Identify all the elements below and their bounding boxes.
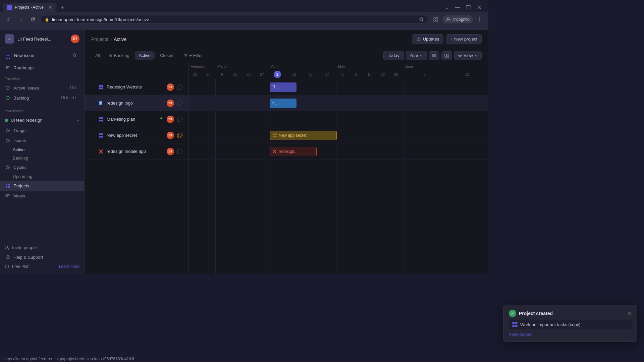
project-row-new-app-secret[interactable]: ⋮⋮ New app secret D7 [85,127,188,143]
new-project-button[interactable]: + New project [446,34,482,44]
back-button[interactable] [4,15,13,24]
filter-tab-closed[interactable]: Closed [156,51,177,60]
month-june: June 5 12 [403,63,488,79]
tab-title: Projects › Active [15,5,44,10]
breadcrumb-projects-link[interactable]: Projects [91,37,108,42]
sidebar-item-issues[interactable]: Issues [0,135,84,145]
svg-point-7 [479,19,480,20]
project-row-redesign-mobile-app[interactable]: ⋮⋮ redesign mobile app D7 [85,143,188,160]
browser-tabs: Projects › Active ✕ + ⌄ — ❐ ✕ [0,0,488,12]
date-may-29: 29 [389,72,403,76]
team-header[interactable]: Ui feed redesign [0,115,84,125]
tab-close-button[interactable]: ✕ [48,5,52,10]
updates-button[interactable]: Updates [412,34,443,44]
roadmaps-label: Roadmaps [13,65,79,70]
bar-redesign-logo[interactable]: r... [270,99,297,108]
browser-tab-active[interactable]: Projects › Active ✕ [3,3,56,12]
close-button[interactable]: ✕ [475,3,483,11]
sidebar-item-triage[interactable]: Triage [0,125,84,135]
drag-handle-3[interactable]: ⋮⋮ [90,117,95,122]
sidebar-sub-item-backlog[interactable]: Backlog [0,154,84,162]
filter-icon [184,54,188,58]
timeline-row-1: R... [189,79,488,95]
cycles-label: Cycles [13,165,79,170]
forward-button[interactable] [16,15,25,24]
project-name-2: redesign logo [107,101,164,106]
sidebar-sub-item-active[interactable]: Active [0,145,84,154]
help-label: Help & Support [13,255,79,260]
views-label: Views [13,193,79,198]
drag-handle-4[interactable]: ⋮⋮ [90,133,95,138]
view-button[interactable]: View [454,51,482,60]
filter-tab-backlog[interactable]: Backlog [105,51,133,60]
drag-handle-5[interactable]: ⋮⋮ [90,149,95,154]
bar-redesign-website[interactable]: R... [270,82,297,92]
sidebar-item-views[interactable]: Views [0,191,84,201]
star-icon[interactable] [419,17,424,22]
filter-btn-label: + Filter [190,53,203,58]
svg-point-28 [459,55,461,56]
timeline-row-3 [189,111,488,127]
triage-label: Triage [13,128,79,133]
learn-more-button[interactable]: Learn more [59,264,79,269]
date-jun-12: 12 [446,72,488,76]
filter-closed-label: Closed [160,53,173,58]
favorites-section: Favorites Active issues Ui f... Backlog … [0,73,84,105]
svg-rect-33 [99,101,102,105]
invite-people-button[interactable]: Invite people [0,243,84,252]
project-status-4 [177,132,183,138]
new-issue-icon [5,52,11,59]
sidebar-item-cycles[interactable]: Cycles [0,162,84,172]
updates-label: Updates [423,37,439,42]
filter-tab-all[interactable]: All [91,51,104,60]
project-avatar-1: D7 [167,83,174,91]
split-view-button[interactable] [441,51,452,60]
invite-label: Invite people [12,245,37,250]
sidebar-sub-item-upcoming[interactable]: Upcoming [0,172,84,181]
list-icon [432,53,436,58]
svg-point-16 [6,166,9,169]
timeline-row-2: r... [189,95,488,111]
project-row-marketing-plan[interactable]: ⋮⋮ Marketing plan D7 [85,111,188,127]
svg-rect-3 [434,20,435,21]
user-avatar[interactable]: D7 [71,35,79,43]
project-row-redesign-website[interactable]: ⋮⋮ Redesign Website D7 [85,79,188,95]
refresh-button[interactable] [28,15,38,24]
today-button[interactable]: Today [383,51,404,60]
sidebar-item-roadmaps[interactable]: Roadmaps [0,63,84,73]
drag-handle-2[interactable]: ⋮⋮ [90,101,95,106]
new-project-label: + New project [450,37,477,42]
teams-section: Your teams Ui feed redesign Triage Issue… [0,105,84,203]
minimize-button[interactable]: — [453,3,462,11]
project-list-header [85,63,188,79]
sidebar: UI UI Feed Redesi... D7 New issue Roadma… [0,30,85,274]
project-name-1: Redesign Website [107,84,164,89]
sidebar-item-help[interactable]: Help & Support [0,252,84,262]
new-tab-button[interactable]: + [58,3,67,12]
address-bar[interactable]: 🔒 linear.app/ui-feed-redesign/team/UI/pr… [40,15,428,24]
sidebar-item-active-issues[interactable]: Active issues Ui f... [0,83,84,93]
maximize-button[interactable]: ❐ [464,3,472,11]
breadcrumb-separator: › [110,37,112,42]
sidebar-item-projects[interactable]: Projects [0,181,84,191]
bar-icon-5 [273,149,277,154]
filter-button[interactable]: + Filter [180,51,206,60]
filter-backlog-label: Backlog [114,53,129,58]
project-row-redesign-logo[interactable]: ⋮⋮ redesign logo D7 [85,95,188,111]
menu-button[interactable] [475,15,484,24]
bar-redesign-mobile[interactable]: redesign... [270,147,317,156]
bar-new-app-secret[interactable]: New app secret [270,131,337,140]
incognito-badge[interactable]: Incognito [442,15,473,23]
main-header: Projects › Active Updates + New project [85,30,488,48]
extensions-button[interactable] [431,15,440,24]
drag-handle-1[interactable]: ⋮⋮ [90,85,95,89]
filter-tab-active[interactable]: Active [135,51,155,60]
svg-rect-41 [101,136,103,138]
roadmaps-icon [5,65,11,71]
sidebar-item-backlog[interactable]: Backlog Ui feed r... [0,93,84,103]
svg-point-17 [7,167,8,168]
new-issue-button[interactable]: New issue [0,48,84,63]
year-button[interactable]: Year [406,51,427,60]
list-view-button[interactable] [429,51,439,60]
search-button[interactable] [70,51,79,60]
